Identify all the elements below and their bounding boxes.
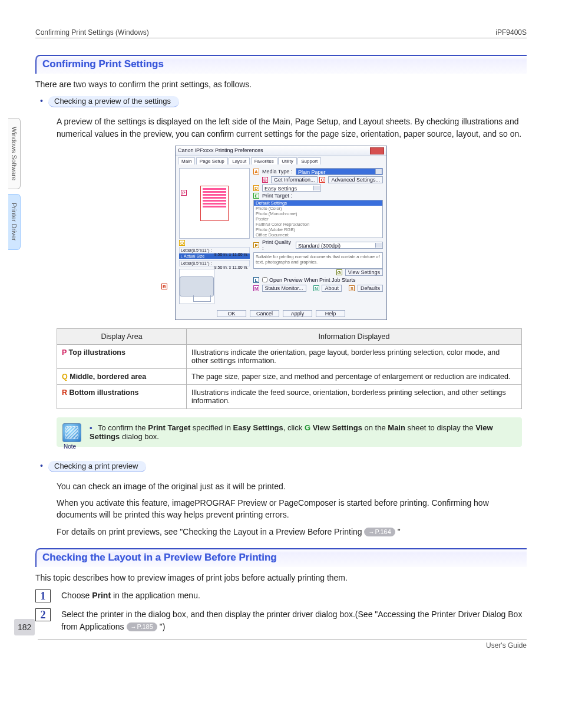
- note-icon: [62, 423, 81, 442]
- section-confirming-print-settings: Confirming Print Settings: [35, 55, 527, 74]
- get-information-button[interactable]: Get Information...: [271, 176, 318, 183]
- cancel-button[interactable]: Cancel: [250, 310, 279, 317]
- quality-description: Suitable for printing normal documents t…: [253, 252, 383, 269]
- dialog-title: Canon iPFxxxx Printing Preferences: [178, 147, 263, 154]
- note-label: Note: [64, 443, 76, 450]
- tab-support[interactable]: Support: [297, 157, 321, 164]
- print-quality-select[interactable]: Standard (300dpi): [296, 242, 383, 249]
- xref-p185[interactable]: P.185: [127, 622, 157, 631]
- tab-utility[interactable]: Utility: [278, 157, 297, 164]
- help-button[interactable]: Help: [316, 310, 345, 317]
- step-number: 2: [35, 608, 51, 621]
- print-target-label: Print Target :: [262, 193, 294, 199]
- page-thumbnail: [200, 186, 229, 221]
- preview-line3: For details on print previews, see "Chec…: [57, 526, 527, 538]
- printer-icon: [180, 276, 214, 297]
- marker-p-icon: P: [181, 190, 187, 196]
- table-row: Q Middle, bordered area The page size, p…: [57, 368, 522, 384]
- note-callout: Note • To confirm the Print Target speci…: [57, 417, 522, 447]
- close-icon[interactable]: [370, 147, 384, 154]
- page-number: 182: [14, 619, 35, 635]
- preview-area: P: [179, 168, 250, 239]
- marker-q-icon: Q: [179, 240, 185, 246]
- xref-p164[interactable]: P.164: [364, 528, 395, 536]
- apply-button[interactable]: Apply: [283, 310, 312, 317]
- status-monitor-button[interactable]: Status Monitor...: [262, 285, 306, 292]
- printing-preferences-dialog: Canon iPFxxxx Printing Preferences Main …: [175, 146, 387, 320]
- open-preview-checkbox[interactable]: [262, 277, 267, 282]
- tab-favorites[interactable]: Favorites: [251, 157, 277, 164]
- marker-f-icon: F: [253, 242, 259, 248]
- bullet-checking-print-preview: Checking a print preview: [48, 461, 146, 472]
- marker-l-icon: L: [253, 277, 259, 283]
- marker-n-icon: N: [313, 285, 319, 291]
- list-item[interactable]: Office Document: [254, 232, 382, 238]
- list-item[interactable]: Faithful Color Reproduction: [254, 222, 382, 227]
- list-item[interactable]: Photo (Adobe RGB): [254, 227, 382, 232]
- col-information: Information Displayed: [187, 328, 522, 344]
- letter-size-2: Letter(8.5"x11") : 8.50 in. x 11.00 in.: [179, 260, 250, 266]
- open-preview-label: Open Preview When Print Job Starts: [269, 277, 356, 283]
- marker-r-icon: R: [161, 284, 167, 289]
- marker-b-icon: B: [262, 177, 268, 183]
- defaults-button[interactable]: Defaults: [358, 285, 383, 292]
- marker-g-icon: G: [336, 269, 342, 275]
- tab-page-setup[interactable]: Page Setup: [196, 157, 228, 164]
- list-item[interactable]: Photo (Monochrome): [254, 211, 382, 216]
- section-title: Confirming Print Settings: [42, 58, 164, 70]
- about-button[interactable]: About: [322, 285, 342, 292]
- intro-text: There are two ways to confirm the print …: [35, 78, 527, 90]
- col-display-area: Display Area: [57, 328, 187, 344]
- advanced-settings-button[interactable]: Advanced Settings...: [328, 176, 383, 183]
- media-type-select[interactable]: Plain Paper: [296, 168, 383, 175]
- display-area-table: Display Area Information Displayed P Top…: [57, 328, 522, 409]
- list-item[interactable]: Default Settings: [254, 200, 382, 206]
- table-row: R Bottom illustrations Illustrations ind…: [57, 384, 522, 409]
- list-item[interactable]: Poster: [254, 216, 382, 222]
- print-target-list[interactable]: Default Settings Photo (Color) Photo (Mo…: [253, 200, 383, 238]
- breadcrumb: Confirming Print Settings (Windows): [35, 28, 149, 37]
- marker-a-icon: A: [253, 169, 259, 174]
- bullet-checking-preview-settings: Checking a preview of the settings: [48, 96, 179, 107]
- section-title: Checking the Layout in a Preview Before …: [42, 552, 277, 563]
- footer-text: User's Guide: [38, 639, 527, 650]
- marker-m-icon: M: [253, 285, 259, 291]
- preview-line2: When you activate this feature, imagePRO…: [57, 497, 527, 521]
- view-settings-button[interactable]: View Settings: [345, 269, 383, 276]
- marker-e-icon: E: [253, 193, 259, 199]
- media-type-label: Media Type :: [262, 169, 294, 174]
- ok-button[interactable]: OK: [217, 310, 246, 317]
- dialog-tabs: Main Page Setup Layout Favorites Utility…: [176, 156, 386, 164]
- bullet1-desc: A preview of the settings is displayed o…: [35, 116, 527, 140]
- list-item[interactable]: Photo (Color): [254, 206, 382, 211]
- section-checking-layout-preview: Checking the Layout in a Preview Before …: [35, 548, 527, 567]
- tab-main[interactable]: Main: [178, 157, 195, 164]
- step-1: 1 Choose Print in the application menu.: [35, 589, 527, 602]
- tab-layout[interactable]: Layout: [229, 157, 250, 164]
- section2-intro: This topic describes how to preview imag…: [35, 572, 527, 584]
- page-header: Confirming Print Settings (Windows) iPF9…: [35, 28, 527, 38]
- marker-c-icon: C: [319, 177, 325, 183]
- step-number: 1: [35, 589, 51, 602]
- table-row: P Top illustrations Illustrations indica…: [57, 344, 522, 368]
- easy-settings-select[interactable]: Easy Settings: [262, 185, 321, 192]
- print-quality-label: Print Quality :: [262, 239, 294, 251]
- marker-d-icon: D: [253, 185, 259, 191]
- model-name: iPF9400S: [495, 28, 527, 37]
- step-2: 2 Select the printer in the dialog box, …: [35, 608, 527, 633]
- marker-s-icon: S: [349, 285, 355, 291]
- letter-size-1: Letter(8.5"x11") : 8.50 in. x 11.00 in.: [179, 247, 250, 253]
- preview-line1: You can check an image of the original j…: [57, 480, 527, 492]
- printer-illustration: R: [179, 269, 214, 304]
